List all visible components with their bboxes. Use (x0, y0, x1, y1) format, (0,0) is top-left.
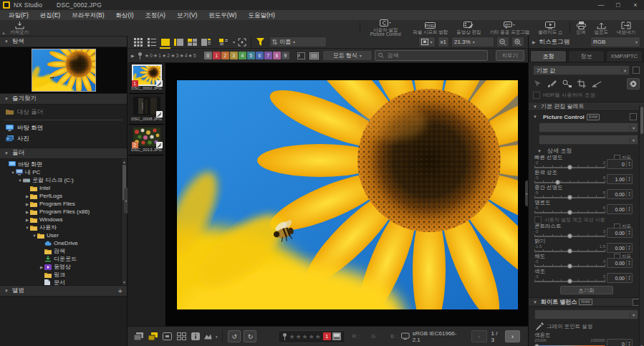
stack-icon[interactable] (133, 331, 144, 342)
histogram-overlay-icon[interactable]: ▾ (204, 331, 217, 342)
zoom-out-button[interactable] (496, 37, 509, 47)
tree-item-OneDrive[interactable]: OneDrive (0, 239, 127, 247)
tree-item-다운로드[interactable]: 다운로드 (0, 255, 127, 263)
filmstrip-thumbnail-1[interactable]: DSC_0008.JPG (128, 94, 165, 121)
image-viewer[interactable] (166, 63, 528, 326)
filmstrip-expand-icon[interactable]: ▶ (131, 53, 135, 58)
histogram-collapse-icon[interactable]: ▶ (532, 39, 536, 44)
image-info-view-icon[interactable] (199, 37, 213, 48)
toolbar-action-0[interactable]: 사용자 설정 Picture Control (362, 20, 408, 36)
redo-button[interactable]: ↻ (244, 330, 256, 342)
color-control-point-icon[interactable] (562, 80, 572, 88)
tree-item-검색[interactable]: 검색 (0, 247, 127, 255)
slider-handle[interactable] (567, 195, 572, 200)
picture-control-select-2[interactable]: ▾ (539, 135, 638, 145)
rating-filter-5[interactable]: ★5 (188, 53, 196, 59)
label-filter-0[interactable]: 0 (204, 52, 212, 59)
tree-item-PerfLogs[interactable]: ▶PerfLogs (0, 192, 127, 200)
tree-item-사용자[interactable]: ▼사용자 (0, 224, 127, 231)
rating-filter-0[interactable]: ★0 (145, 53, 153, 59)
slider-value[interactable]: 0.00▲▼ (607, 189, 633, 199)
rating-filter-3[interactable]: ★3 (170, 53, 178, 59)
hdr-checkbox[interactable] (533, 92, 540, 99)
straighten-tool-icon[interactable] (592, 80, 602, 88)
tree-item-문서[interactable]: 문서 (0, 279, 127, 285)
tab-정보[interactable]: 정보 (568, 50, 605, 62)
picture-control-select-1[interactable]: ▾ (539, 122, 638, 133)
slider-handle[interactable] (567, 234, 572, 239)
image-view-icon[interactable] (158, 37, 172, 48)
retouch-brush-icon[interactable] (547, 80, 557, 88)
toolbar-action-6[interactable]: 업로드 (590, 20, 613, 36)
slider-value[interactable]: 0.00▲▼ (607, 228, 633, 238)
menu-item-2[interactable]: 브라우저(B) (66, 10, 110, 20)
slider-value[interactable]: 0.00▲▼ (607, 273, 633, 283)
tree-expand-icon[interactable]: ▼ (10, 170, 16, 175)
label-filter-4[interactable]: 4 (239, 52, 246, 59)
filmstrip-thumbnail-0[interactable]: 1DSC_0002.JPG (128, 63, 165, 90)
favorite-item-0[interactable]: 대상 폴더 (0, 107, 127, 117)
tree-expand-icon[interactable]: ▼ (32, 234, 37, 238)
tab-조정[interactable]: 조정 (530, 50, 567, 62)
slider-value[interactable]: 1.00▲▼ (607, 174, 633, 184)
label-filter-8[interactable]: 8 (273, 52, 281, 59)
clear-filter-button[interactable]: 지우기 (496, 50, 525, 61)
white-balance-header[interactable]: ▼ 화이트 밸런스 RAW (529, 297, 644, 307)
toolbar-action-4[interactable]: 슬라이드 쇼 (534, 20, 567, 36)
browse-section-header[interactable]: ▼ 탐색 (0, 36, 127, 47)
rating-filter-4[interactable]: ★4 (179, 53, 187, 59)
tree-expand-icon[interactable]: ▶ (24, 210, 30, 214)
slider-handle[interactable] (567, 249, 572, 254)
preset-select[interactable]: 기본 값▾ (533, 65, 630, 75)
raw-filter-icon[interactable] (297, 50, 307, 62)
picture-control-checkbox[interactable] (630, 113, 637, 120)
rating-filter-1[interactable]: ★1 (153, 53, 161, 59)
multi-view-icon[interactable] (186, 37, 199, 48)
tree-expand-icon[interactable]: ▼ (24, 226, 30, 230)
tree-scrollbar[interactable]: ▲ ▼ (121, 159, 127, 285)
protect-filter-icon[interactable] (138, 52, 143, 59)
label-picker-icon[interactable] (332, 332, 341, 340)
color-temp-value[interactable]: 0▲▼ (607, 339, 633, 346)
search-input[interactable] (386, 52, 484, 59)
list-view-icon[interactable] (145, 37, 158, 48)
menu-item-0[interactable]: 파일(F) (3, 10, 34, 20)
format-filter-select[interactable]: 모든 형식▾ (322, 50, 373, 61)
minimize-button[interactable]: — (592, 0, 610, 10)
slider-value[interactable]: 0▲▼ (607, 159, 633, 169)
picture-control-header[interactable]: ▼ Picture Control RAW (533, 113, 640, 120)
pointer-tool-icon[interactable] (533, 80, 542, 88)
crop-tool-icon[interactable] (577, 80, 587, 88)
slider-handle[interactable] (567, 165, 572, 170)
favorites-section-header[interactable]: ▼ 즐겨찾기 (0, 93, 127, 105)
menu-item-1[interactable]: 편집(E) (34, 10, 66, 20)
tree-item-로컬 디스크 (C:)[interactable]: ▼로컬 디스크 (C:) (0, 176, 127, 184)
protect-icon[interactable] (282, 333, 287, 340)
white-balance-select[interactable]: ▾ (534, 309, 638, 319)
single-frame-icon[interactable] (161, 331, 173, 342)
preset-checkbox[interactable] (633, 67, 640, 74)
label-filter-3[interactable]: 3 (230, 52, 238, 59)
tree-item-링크[interactable]: 링크 (0, 271, 127, 279)
fit-mode-select[interactable]: ▾ (418, 37, 436, 47)
compare-icon[interactable] (147, 331, 158, 342)
slider-value[interactable]: 0.00▲▼ (607, 258, 633, 268)
favorite-item-2[interactable]: 사진 (0, 133, 127, 144)
star-rating[interactable]: ★★★★★ (289, 333, 321, 340)
tree-item-바탕 화면[interactable]: 바탕 화면 (0, 160, 127, 168)
gray-point-label[interactable]: 그레이 포인트 설정 (547, 323, 592, 330)
undo-button[interactable]: ↺ (228, 330, 241, 342)
toolbar-action-5[interactable]: 인쇄 (572, 20, 590, 36)
tree-expand-icon[interactable]: ▶ (24, 194, 30, 198)
albums-section-header[interactable]: ▼ 앨범 + (0, 285, 127, 297)
previous-image-button[interactable]: ‹ (471, 330, 486, 342)
rating-filter-2[interactable]: ★2 (162, 53, 170, 59)
actual-size-button[interactable]: x1 (438, 37, 449, 47)
tree-expand-icon[interactable]: ▶ (39, 265, 44, 269)
menu-item-3[interactable]: 화상(I) (110, 10, 140, 20)
slider-handle[interactable] (567, 264, 572, 269)
tree-item-동영상[interactable]: ▶동영상 (0, 263, 127, 271)
label-filter-9[interactable]: 9 (282, 52, 289, 59)
navigation-palette-icon[interactable] (217, 37, 231, 48)
menu-item-5[interactable]: 보기(V) (171, 10, 203, 20)
